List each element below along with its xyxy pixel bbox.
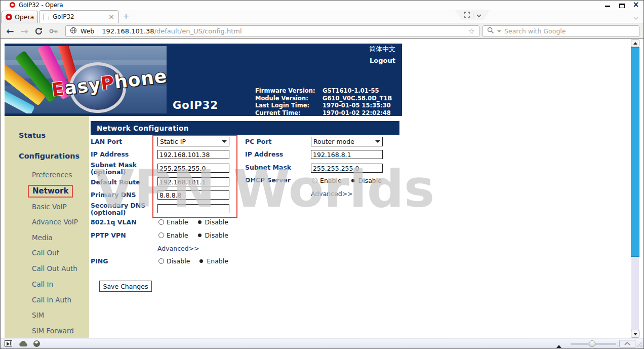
dhcp-disable-option[interactable]: Disable (358, 177, 382, 184)
save-changes-button[interactable]: Save Changes (99, 281, 152, 292)
sidebar-item-preferences[interactable]: Preferences (32, 171, 72, 179)
tab-bar-widget[interactable] (455, 10, 490, 20)
opera-turbo-icon[interactable] (33, 340, 41, 349)
ping-radio-group: Disable Enable (158, 257, 236, 265)
dhcp-enable-radio[interactable] (312, 178, 317, 183)
vlan-disable-radio[interactable] (198, 220, 202, 224)
web-badge: Web (80, 27, 94, 35)
default-route-input[interactable] (157, 177, 229, 186)
panels-toggle-icon[interactable] (5, 340, 12, 346)
dhcp-enable-option[interactable]: Enable (320, 177, 342, 184)
reload-button[interactable] (32, 25, 45, 37)
minimize-button[interactable] (604, 2, 611, 8)
search-placeholder: Search with Google (504, 27, 566, 35)
cloud-sync-icon[interactable] (19, 340, 29, 349)
new-tab-button[interactable]: + (122, 12, 130, 20)
info-row: Current Time:1970-01-02 22:02:48 (255, 109, 392, 117)
vlan-disable-option[interactable]: Disable (205, 218, 228, 226)
scrollbar-thumb[interactable] (631, 47, 639, 257)
page-banner: EasyPhone GoIP32 简体中文 Logout Firmware Ve… (5, 44, 402, 116)
tab-goip32[interactable]: GoIP32 × (39, 10, 119, 23)
pc-ip-input[interactable] (311, 150, 383, 159)
pptp-disable-radio[interactable] (198, 234, 202, 237)
address-toolbar: ← → Web 192.168.101.38/default/en_US/con… (1, 23, 643, 39)
subnet-mask-label: Subnet Mask(optional) (91, 162, 137, 176)
back-button[interactable]: ← (4, 25, 17, 37)
search-field[interactable]: Search with Google (482, 25, 639, 37)
close-button[interactable]: × (632, 2, 639, 8)
pc-port-select[interactable]: Router mode (311, 137, 383, 146)
sidebar-item-call-in[interactable]: Call In (32, 280, 53, 288)
logo-asy: asy (63, 73, 102, 98)
tab-close-icon[interactable]: × (108, 13, 114, 20)
sidebar-item-sim[interactable]: SIM (32, 311, 44, 319)
pptp-enable-radio[interactable] (158, 232, 164, 238)
info-value: GST1610-1.01-55 (323, 87, 379, 94)
bookmark-star-icon[interactable]: ☆ (468, 27, 475, 36)
zoom-menu-arrow-icon[interactable] (556, 342, 561, 348)
secondary-dns-input[interactable] (157, 204, 229, 213)
pc-subnet-input[interactable] (311, 164, 383, 173)
restore-button[interactable] (618, 2, 625, 8)
select-arrow-icon (222, 140, 227, 145)
tab-list-chevron-icon[interactable] (633, 13, 638, 22)
widget-divider (473, 12, 473, 18)
pptp-enable-option[interactable]: Enable (167, 231, 188, 239)
sidebar-item-sim-forward[interactable]: SIM Forward (32, 327, 74, 335)
ping-enable-option[interactable]: Enable (207, 257, 228, 265)
ping-disable-option[interactable]: Disable (167, 257, 190, 265)
page-favicon-icon (44, 14, 49, 20)
info-row: Last Login Time:1970-01-05 15:35:30 (255, 102, 392, 109)
scroll-down-button[interactable] (631, 330, 639, 338)
zoom-slider[interactable] (571, 343, 616, 345)
sidebar-item-call-out-auth[interactable]: Call Out Auth (32, 264, 77, 273)
language-link[interactable]: 简体中文 (369, 45, 395, 54)
key-icon[interactable] (47, 25, 60, 37)
lan-port-select[interactable]: Static IP (157, 137, 229, 146)
address-bar[interactable]: Web 192.168.101.38/default/en_US/config.… (65, 25, 479, 37)
advanced-link-right[interactable]: Advanced>> (311, 190, 353, 198)
primary-dns-input[interactable] (157, 190, 229, 200)
vlan-enable-radio[interactable] (158, 219, 164, 225)
sidebar-item-basic-voip[interactable]: Basic VoIP (32, 203, 67, 211)
lan-subnet-input[interactable] (157, 164, 229, 173)
url-host: 192.168.101.38 (102, 27, 154, 35)
pptp-radio-group: Enable Disable (158, 231, 236, 239)
sidebar-item-call-out[interactable]: Call Out (32, 249, 59, 257)
pptp-disable-option[interactable]: Disable (205, 231, 228, 239)
sidebar-item-configurations[interactable]: Configurations (19, 152, 79, 160)
globe-icon (70, 26, 77, 36)
sidebar-item-call-in-auth[interactable]: Call In Auth (32, 296, 71, 304)
vlan-enable-option[interactable]: Enable (167, 218, 188, 226)
info-label: Firmware Version: (255, 87, 323, 95)
title-bar: GoIP32 - Opera × (1, 1, 643, 10)
sidebar-item-network[interactable]: Network (28, 185, 73, 198)
lan-port-value: Static IP (160, 138, 186, 145)
forward-button[interactable]: → (18, 25, 31, 37)
sidebar-item-advance-voip[interactable]: Advance VoIP (32, 218, 78, 226)
scroll-up-button[interactable] (631, 39, 639, 47)
dhcp-radio-group: Enable Disable (312, 177, 390, 184)
zoom-slider-thumb[interactable] (589, 340, 595, 347)
resize-grip[interactable] (636, 340, 642, 347)
sidebar: Status Configurations Preferences Networ… (5, 116, 89, 338)
advanced-link-left[interactable]: Advanced>> (157, 245, 199, 252)
logout-link[interactable]: Logout (370, 57, 395, 64)
opera-menu-button[interactable]: Opera (2, 11, 38, 23)
vlan-radio-group: Enable Disable (158, 218, 236, 226)
window-title: GoIP32 - Opera (19, 2, 63, 9)
info-label: Module Version: (255, 95, 323, 102)
vlan-label: 802.1q VLAN (91, 219, 137, 226)
sidebar-item-status[interactable]: Status (19, 131, 46, 139)
sidebar-item-media[interactable]: Media (32, 234, 53, 242)
info-label: Current Time: (255, 109, 323, 117)
tab-bar: Opera GoIP32 × + (1, 10, 643, 23)
info-value: 1970-01-02 22:02:48 (323, 109, 391, 117)
ping-enable-radio[interactable] (199, 259, 203, 263)
fit-to-width-button[interactable] (619, 340, 635, 347)
lan-ip-input[interactable] (157, 150, 229, 159)
search-engine-chevron-icon[interactable] (497, 30, 501, 34)
vertical-scrollbar[interactable] (631, 39, 639, 338)
dhcp-disable-radio[interactable] (351, 179, 355, 182)
ping-disable-radio[interactable] (158, 258, 164, 264)
